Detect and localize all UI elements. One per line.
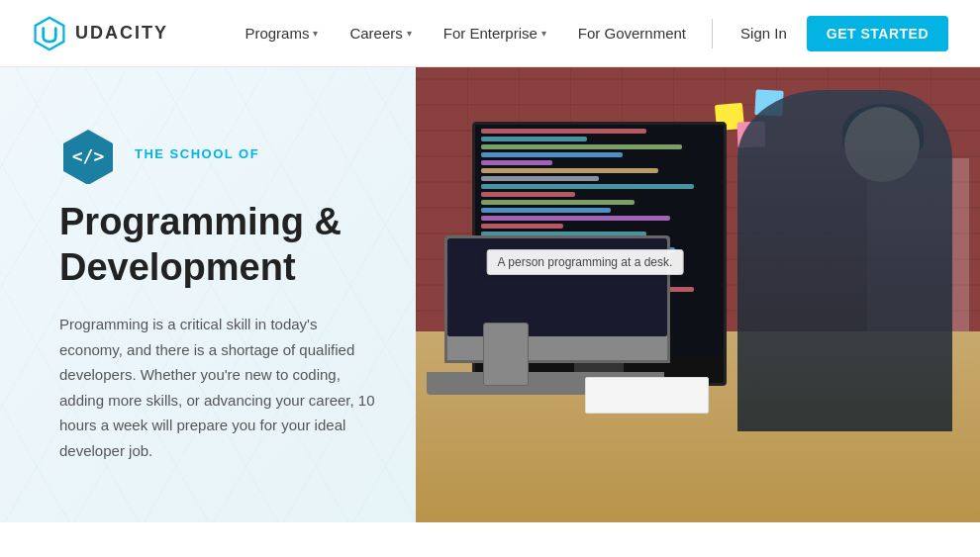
nav-programs-label: Programs	[245, 25, 309, 42]
chevron-down-icon: ▾	[541, 28, 546, 39]
hero-title-line2: Development	[59, 246, 296, 288]
chevron-down-icon: ▾	[313, 28, 318, 39]
notebook	[585, 377, 709, 414]
nav-government-label: For Government	[578, 25, 686, 42]
hero-section: </> THE SCHOOL OF Programming & Developm…	[0, 67, 980, 522]
hero-title-line1: Programming &	[59, 201, 342, 242]
chevron-down-icon: ▾	[407, 28, 412, 39]
nav-links: Programs ▾ Careers ▾ For Enterprise ▾ Fo…	[231, 16, 948, 51]
pen-cup	[483, 323, 529, 386]
programming-hex-icon: </>	[59, 127, 117, 184]
nav-item-programs[interactable]: Programs ▾	[231, 17, 332, 49]
nav-item-government[interactable]: For Government	[564, 17, 700, 49]
svg-text:</>: </>	[72, 145, 105, 166]
signin-button[interactable]: Sign In	[725, 17, 803, 49]
nav-careers-label: Careers	[349, 25, 402, 42]
person-figure	[737, 90, 952, 431]
hero-photo: A person programming at a desk.	[416, 67, 980, 522]
hero-content: </> THE SCHOOL OF Programming & Developm…	[0, 67, 416, 522]
hero-description: Programming is a critical skill in today…	[59, 312, 376, 463]
hero-image-area: A person programming at a desk.	[416, 67, 980, 522]
school-of-label: THE SCHOOL OF	[135, 146, 259, 161]
school-label-row: </> THE SCHOOL OF	[59, 127, 376, 184]
logo[interactable]: UDACITY	[32, 16, 168, 51]
get-started-button[interactable]: GET STARTED	[807, 16, 948, 51]
nav-enterprise-label: For Enterprise	[443, 25, 538, 42]
nav-item-enterprise[interactable]: For Enterprise ▾	[430, 17, 560, 49]
person-body	[737, 90, 952, 431]
school-of-text-group: THE SCHOOL OF	[135, 146, 259, 165]
logo-text: UDACITY	[75, 23, 168, 44]
navbar: UDACITY Programs ▾ Careers ▾ For Enterpr…	[0, 0, 980, 67]
bottom-section: Programs Starting Soon	[0, 522, 980, 557]
nav-item-careers[interactable]: Careers ▾	[336, 17, 425, 49]
hero-title: Programming & Development	[59, 200, 376, 290]
image-tooltip: A person programming at a desk.	[487, 249, 684, 275]
nav-divider	[712, 19, 713, 48]
udacity-logo-icon	[32, 16, 67, 51]
